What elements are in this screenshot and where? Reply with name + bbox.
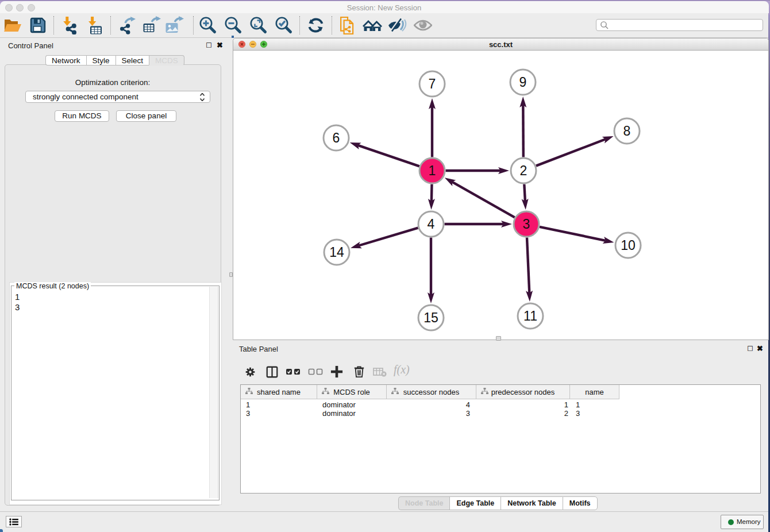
svg-text:10: 10 [621,238,636,253]
svg-text:6: 6 [333,130,340,145]
svg-text:11: 11 [523,309,537,323]
svg-text:2: 2 [520,163,528,178]
svg-text:8: 8 [623,124,631,138]
svg-text:1: 1 [429,163,436,178]
svg-text:15: 15 [424,310,438,325]
svg-text:7: 7 [429,76,436,91]
svg-text:3: 3 [523,217,530,232]
svg-text:14: 14 [329,245,344,260]
svg-text:9: 9 [519,75,527,90]
svg-text:4: 4 [428,217,435,232]
